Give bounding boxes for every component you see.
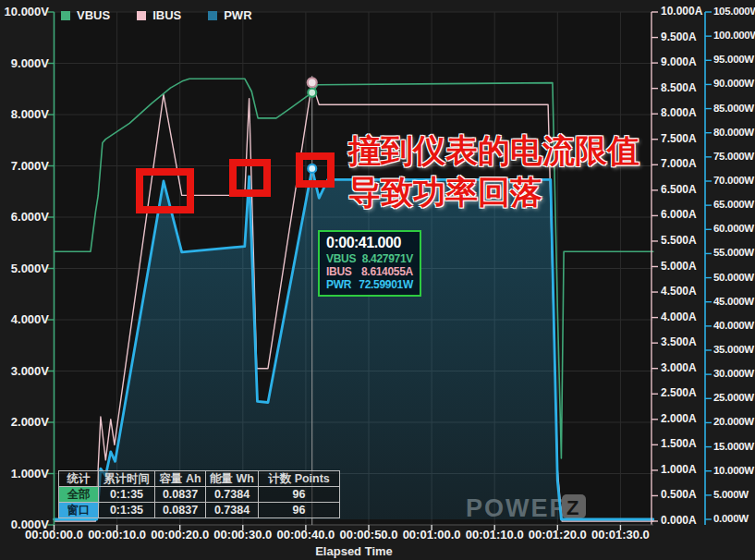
cursor-tooltip: 0:00:41.000 VBUS 8.427971V IBUS 8.614055… <box>318 230 421 297</box>
annotation-text-line1: 撞到仪表的电流限值 <box>348 129 639 173</box>
stats-cell: 0.0837 <box>155 503 206 518</box>
stats-row: 窗口0:1:350.08370.738496 <box>59 503 340 518</box>
vbus-cursor-marker <box>308 89 316 97</box>
tooltip-time: 0:00:41.000 <box>326 235 413 251</box>
stats-cell: 0.7384 <box>206 503 259 518</box>
stats-cell: 96 <box>259 503 340 518</box>
stats-header-cell: 容量 Ah <box>155 471 206 487</box>
tooltip-vbus-value: 8.427971V <box>362 252 413 265</box>
tooltip-vbus-row: VBUS 8.427971V <box>326 252 413 265</box>
legend-item-pwr[interactable]: PWR <box>208 8 251 22</box>
stats-header-cell: 能量 Wh <box>206 471 259 487</box>
stats-header-cell: 统计 <box>59 471 99 487</box>
stats-table: 统计累计时间容量 Ah能量 Wh计数 Points全部0:1:350.08370… <box>58 470 340 518</box>
annotation-text-line2: 导致功率回落 <box>348 171 542 214</box>
stats-cell: 0:1:35 <box>99 503 155 518</box>
stats-cell: 96 <box>259 487 340 503</box>
annotation-highlight-box-2 <box>229 159 271 197</box>
legend-label-vbus: VBUS <box>77 8 110 22</box>
tooltip-ibus-row: IBUS 8.614055A <box>326 265 413 278</box>
tooltip-pwr-row: PWR 72.59901W <box>326 278 413 291</box>
tooltip-pwr-value: 72.59901W <box>359 278 413 291</box>
watermark-z-letter: Z <box>566 496 578 519</box>
stats-header-cell: 计数 Points <box>259 471 340 487</box>
legend-item-vbus[interactable]: VBUS <box>61 8 110 22</box>
ibus-cursor-marker <box>308 78 317 87</box>
x-axis-title: Elapsed Time <box>262 544 446 558</box>
tooltip-ibus-value: 8.614055A <box>361 265 413 278</box>
stats-cell: 0.7384 <box>206 487 259 503</box>
annotation-highlight-box-1 <box>136 168 194 213</box>
legend-label-pwr: PWR <box>224 8 251 22</box>
ibus-swatch-icon <box>137 11 146 20</box>
tooltip-ibus-label: IBUS <box>326 265 351 278</box>
stats-header-cell: 累计时间 <box>99 471 155 487</box>
annotation-highlight-box-3 <box>296 152 335 188</box>
pwr-swatch-icon <box>208 11 217 20</box>
stats-row: 全部0:1:350.08370.738496 <box>59 487 340 503</box>
powerz-chart-window: POWER-Z 10.000V9.000V8.000V7.000V6.000V5… <box>0 0 755 560</box>
chart-legend: VBUS IBUS PWR <box>61 8 252 22</box>
tooltip-pwr-label: PWR <box>326 278 351 291</box>
stats-table-grid: 统计累计时间容量 Ah能量 Wh计数 Points全部0:1:350.08370… <box>58 470 340 518</box>
legend-label-ibus: IBUS <box>152 8 181 22</box>
tooltip-vbus-label: VBUS <box>326 252 356 265</box>
legend-item-ibus[interactable]: IBUS <box>137 8 181 22</box>
stats-cell: 0.0837 <box>155 487 206 503</box>
stats-cell: 0:1:35 <box>99 487 155 503</box>
stats-row-badge[interactable]: 全部 <box>59 487 99 503</box>
vbus-swatch-icon <box>61 11 70 20</box>
stats-row-badge[interactable]: 窗口 <box>59 503 99 518</box>
